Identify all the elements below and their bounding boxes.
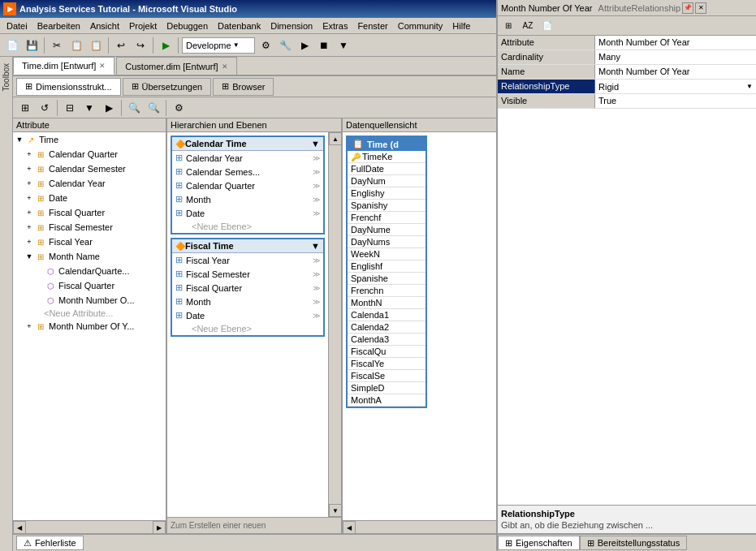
scroll-down-hier[interactable]: ▼ xyxy=(329,504,341,517)
ds-row-spanish2[interactable]: Spanishe xyxy=(348,273,426,285)
hierarchy-cal-quarter[interactable]: ⊞ Calendar Quarter ≫ xyxy=(172,179,323,192)
sub-btn-4[interactable]: ▼ xyxy=(80,99,98,117)
menu-ansicht[interactable]: Ansicht xyxy=(85,19,124,32)
tab-fehlerliste-icon: ⚠ xyxy=(24,538,32,549)
hierarchies-scrollbar[interactable]: ▲ ▼ xyxy=(328,132,341,517)
ds-row-simpled[interactable]: SimpleD xyxy=(348,382,426,394)
menu-datei[interactable]: Datei xyxy=(2,19,32,32)
tree-item-monn[interactable]: ▼ ⊞ Month Name xyxy=(23,249,166,264)
menu-dimension[interactable]: Dimension xyxy=(266,19,318,32)
hierarchy-fis-month[interactable]: ⊞ Month ≫ xyxy=(172,295,323,308)
ds-row-timekey[interactable]: 🔑 TimeKe xyxy=(348,151,426,163)
ds-row-french2[interactable]: Frenchn xyxy=(348,285,426,297)
tab-time-dim[interactable]: Time.dim [Entwurf] ✕ xyxy=(13,57,114,75)
toolbar-extra-3[interactable]: ▶ xyxy=(296,37,313,54)
sub-btn-1[interactable]: ⊞ xyxy=(16,99,34,117)
ds-row-french[interactable]: Frenchf xyxy=(348,212,426,224)
ds-row-fiscalye[interactable]: FiscalYe xyxy=(348,358,426,370)
menu-hilfe[interactable]: Hilfe xyxy=(447,19,475,32)
sub-btn-settings[interactable]: ⚙ xyxy=(170,99,188,117)
cut-button[interactable]: ✂ xyxy=(48,37,66,54)
ds-row-english2[interactable]: Englishf xyxy=(348,260,426,273)
tree-time-root[interactable]: ▼ ↗ Time xyxy=(13,132,166,147)
paste-button[interactable]: 📋 xyxy=(87,37,105,54)
hierarchy-cal-semes[interactable]: ⊞ Calendar Semes... ≫ xyxy=(172,165,323,179)
hierarchy-cal-date[interactable]: ⊞ Date ≫ xyxy=(172,206,323,220)
hierarchy-fis-year[interactable]: ⊞ Fiscal Year ≫ xyxy=(172,253,323,267)
ds-row-daynum[interactable]: DayNum xyxy=(348,175,426,187)
tree-item-caly[interactable]: + ⊞ Calendar Year xyxy=(23,176,166,191)
hierarchy-calendar-time-header[interactable]: 🔶 Calendar Time ▼ xyxy=(172,137,323,151)
menu-projekt[interactable]: Projekt xyxy=(124,19,162,32)
scroll-up-hier[interactable]: ▲ xyxy=(329,132,341,145)
toolbar-dropdown-2[interactable]: ▼ xyxy=(335,37,352,54)
ds-row-calenda2[interactable]: Calenda2 xyxy=(348,321,426,334)
tree-item-fisqc[interactable]: ⬡ Fiscal Quarter xyxy=(32,278,166,293)
scroll-right-btn[interactable]: ▶ xyxy=(153,521,166,533)
hierarchy-cal-new-level[interactable]: <Neue Ebene> xyxy=(172,220,323,233)
ds-row-monthn[interactable]: MonthN xyxy=(348,297,426,309)
menu-bearbeiten[interactable]: Bearbeiten xyxy=(32,19,85,32)
menu-community[interactable]: Community xyxy=(393,19,448,32)
sub-btn-zoom-in[interactable]: 🔍 xyxy=(125,99,143,117)
tree-item-monnum[interactable]: + ⊞ Month Number Of Y... xyxy=(23,319,166,334)
tree-label-cals: Calendar Semester xyxy=(49,164,126,174)
hierarchy-fiscal-time-header[interactable]: 🔶 Fiscal Time ▼ xyxy=(172,239,323,253)
toolbar-extra-1[interactable]: ⚙ xyxy=(257,37,274,54)
ds-row-calenda3[interactable]: Calenda3 xyxy=(348,334,426,346)
tree-item-calqc[interactable]: ⬡ CalendarQuarte... xyxy=(32,264,166,278)
tree-item-fisq[interactable]: + ⊞ Fiscal Quarter xyxy=(23,205,166,220)
ds-row-fiscalqu[interactable]: FiscalQu xyxy=(348,346,426,358)
tab-customer-dim[interactable]: Customer.dim [Entwurf] ✕ xyxy=(116,57,236,75)
menu-fenster[interactable]: Fenster xyxy=(352,19,392,32)
ds-row-daynum2[interactable]: DayNume xyxy=(348,224,426,236)
attributes-scrollbar-h[interactable]: ◀ ▶ xyxy=(13,520,166,533)
ds-row-montha[interactable]: MonthA xyxy=(348,394,426,407)
new-file-button[interactable]: 📄 xyxy=(3,37,21,54)
scroll-left-btn[interactable]: ◀ xyxy=(13,521,26,533)
configuration-dropdown[interactable]: Developme ▼ xyxy=(182,37,255,54)
ds-row-english[interactable]: Englishy xyxy=(348,187,426,200)
ds-row-fiscalse[interactable]: FiscalSe xyxy=(348,370,426,382)
ds-row-spanish[interactable]: Spanishy xyxy=(348,200,426,212)
hierarchy-fis-semester[interactable]: ⊞ Fiscal Semester ≫ xyxy=(172,267,323,281)
hierarchy-fis-new-level[interactable]: <Neue Ebene> xyxy=(172,322,323,335)
hierarchy-fis-date[interactable]: ⊞ Date ≫ xyxy=(172,308,323,322)
tree-item-newattr[interactable]: <Neue Attribute... xyxy=(32,308,166,319)
sub-tab-ubersetzungen[interactable]: ⊞ Übersetzungen xyxy=(123,78,212,96)
tree-item-monno[interactable]: ⬡ Month Number O... xyxy=(32,293,166,308)
tree-item-date[interactable]: + ⊞ Date xyxy=(23,191,166,205)
save-button[interactable]: 💾 xyxy=(23,37,41,54)
menu-extras[interactable]: Extras xyxy=(318,19,352,32)
hierarchy-fis-quarter[interactable]: ⊞ Fiscal Quarter ≫ xyxy=(172,281,323,295)
ds-row-calenda1[interactable]: Calenda1 xyxy=(348,309,426,321)
sub-tab-browser[interactable]: ⊞ Browser xyxy=(213,78,274,96)
sub-btn-5[interactable]: ▶ xyxy=(100,99,118,117)
tab-customer-dim-close[interactable]: ✕ xyxy=(222,62,228,71)
menu-debuggen[interactable]: Debuggen xyxy=(162,19,213,32)
tree-item-fisy[interactable]: + ⊞ Fiscal Year xyxy=(23,235,166,249)
tab-fehlerliste[interactable]: ⚠ Fehlerliste xyxy=(16,536,84,550)
play-button[interactable]: ▶ xyxy=(157,37,175,54)
ds-row-weekn[interactable]: WeekN xyxy=(348,248,426,260)
redo-button[interactable]: ↪ xyxy=(132,37,149,54)
toolbar-extra-2[interactable]: 🔧 xyxy=(276,37,294,54)
tree-item-fiss[interactable]: + ⊞ Fiscal Semester xyxy=(23,220,166,235)
sub-tab-struktur[interactable]: ⊞ Dimensionsstrukt... xyxy=(16,78,121,96)
tree-item-calq[interactable]: + ⊞ Calendar Quarter xyxy=(23,147,166,161)
tab-time-dim-close[interactable]: ✕ xyxy=(99,62,106,70)
expand-icon-fisq: + xyxy=(24,208,34,217)
ds-row-fulldate[interactable]: FullDate xyxy=(348,163,426,175)
menu-datenbank[interactable]: Datenbank xyxy=(213,19,266,32)
sub-btn-zoom-out[interactable]: 🔍 xyxy=(145,99,162,117)
ds-row-daynum3[interactable]: DayNums xyxy=(348,236,426,248)
scroll-left-ds[interactable]: ◀ xyxy=(343,521,356,533)
tree-item-cals[interactable]: + ⊞ Calendar Semester xyxy=(23,161,166,176)
toolbar-extra-4[interactable]: ⏹ xyxy=(315,37,333,54)
undo-button[interactable]: ↩ xyxy=(112,37,130,54)
copy-button[interactable]: 📋 xyxy=(67,37,85,54)
hierarchy-cal-year[interactable]: ⊞ Calendar Year ≫ xyxy=(172,151,323,165)
hierarchy-cal-month[interactable]: ⊞ Month ≫ xyxy=(172,192,323,206)
sub-btn-3[interactable]: ⊟ xyxy=(61,99,79,117)
sub-btn-2[interactable]: ↺ xyxy=(36,99,54,117)
